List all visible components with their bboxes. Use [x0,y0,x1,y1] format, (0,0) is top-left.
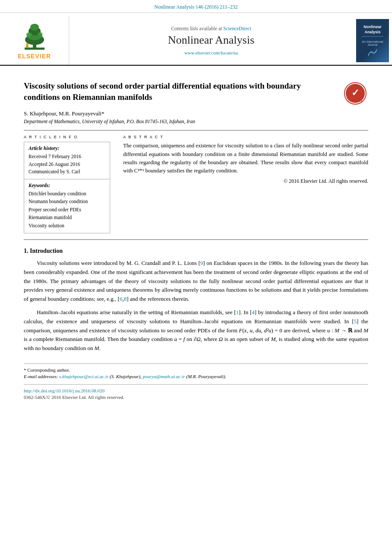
math-x: x [244,327,247,334]
email-label: E-mail addresses: [24,374,58,379]
journal-url-link[interactable]: www.elsevier.com/locate/na [185,50,238,55]
svg-point-5 [30,24,39,31]
keyword-2: Neumann boundary condition [29,197,105,205]
keyword-5: Viscosity solution [29,222,105,229]
history-label: Article history: [29,146,105,151]
info-abstract-columns: A R T I C L E I N F O Article history: R… [24,135,368,233]
math-expression-1: F [239,327,242,334]
cover-decoration-icon [366,48,379,57]
communicated-by: Communicated by S. Carl [29,168,105,175]
abstract-text: The comparison, uniqueness and existence… [123,142,368,175]
ref6-link[interactable]: 6 [120,296,123,302]
keyword-1: Dirichlet boundary condition [29,190,105,197]
corresponding-author-note: * Corresponding author. [24,367,368,373]
math-omega: Ω [197,336,201,342]
copyright-line: © 2016 Elsevier Ltd. All rights reserved… [123,178,368,185]
elsevier-brand-text: ELSEVIER [18,53,51,60]
article-info-column: A R T I C L E I N F O Article history: R… [24,135,110,233]
svg-point-7 [38,32,43,35]
contents-label: Contents lists available at [171,26,222,31]
title-divider [24,130,368,131]
math-bc: u [174,336,177,342]
paper-title-area: Viscosity solutions of second order part… [24,80,368,102]
doi-bar: http://dx.doi.org/10.1016/j.na.2016.08.0… [24,384,368,400]
ref9-link[interactable]: 9 [200,260,203,266]
elsevier-logo-area: ELSEVIER [0,16,69,65]
journal-header: ELSEVIER Contents lists available at Sci… [0,13,392,66]
email1-link[interactable]: s.khajehpour@sci.ui.ac.ir [59,374,108,379]
abstract-column: A B S T R A C T The comparison, uniquene… [123,135,368,233]
email2-author-name: (M.R. Pouryayevali). [186,374,226,379]
crossmark-svg: ✓ CrossMark [344,82,367,105]
email1-author-name: (S. Khajehpour), [110,374,142,379]
article-history-box: Article history: Received 7 February 201… [24,142,110,179]
journal-citation-text: Nonlinear Analysis 146 (2016) 211–232 [154,4,238,10]
math-M2: M [363,327,368,334]
page: Nonlinear Analysis 146 (2016) 211–232 [0,0,392,535]
keyword-4: Riemannian manifold [29,213,105,221]
intro-paragraph-2: Hamilton–Jacobi equations arise naturall… [24,308,368,353]
math-M: M [335,327,339,334]
math-u: u [250,327,253,334]
svg-point-9 [26,45,29,48]
received-date: Received 7 February 2016 [29,153,105,160]
footnote-area: * Corresponding author. E-mail addresses… [24,363,368,379]
article-info-heading: A R T I C L E I N F O [24,135,110,139]
authors-text: S. Khajehpour, M.R. Pouryayevali* [24,110,104,117]
authors-line: S. Khajehpour, M.R. Pouryayevali* [24,110,368,117]
issn-line: 0362-546X/© 2016 Elsevier Ltd. All right… [24,395,368,400]
math-d2u: d²u [264,327,271,334]
elsevier-tree-icon [11,22,58,51]
journal-center-info: Contents lists available at ScienceDirec… [69,16,353,65]
abstract-heading: A B S T R A C T [123,135,368,139]
affiliation-text: Department of Mathematics, University of… [24,119,368,124]
intro-paragraph-1: Viscosity solutions were introduced by M… [24,259,368,304]
cover-box: NonlinearAnalysis An InternationalJourna… [356,19,389,62]
main-content: Viscosity solutions of second order part… [0,66,392,408]
ref4-link[interactable]: 4 [252,309,255,315]
abstract-body: The comparison, uniqueness and existence… [123,143,368,174]
math-f: f [183,336,185,342]
paper-title: Viscosity solutions of second order part… [24,80,368,102]
math-M4: M [95,345,99,351]
math-M3: M [271,336,276,342]
svg-point-6 [26,32,32,37]
journal-cover-image: NonlinearAnalysis An InternationalJourna… [353,16,392,65]
math-du: du [255,327,261,334]
keyword-3: Proper second order PDEs [29,206,105,213]
doi-link[interactable]: http://dx.doi.org/10.1016/j.na.2016.08.0… [24,388,368,393]
intro-section-title: 1. Introduction [24,248,368,255]
accepted-date: Accepted 26 August 2016 [29,161,105,168]
math-omega2: Ω [219,336,223,342]
ref8-link[interactable]: 8 [124,296,127,302]
keywords-label: Keywords: [29,183,105,188]
email-addresses: E-mail addresses: s.khajehpour@sci.ui.ac… [24,374,368,379]
cover-subtitle: An InternationalJournal [362,40,383,46]
crossmark-icon[interactable]: ✓ CrossMark [342,80,368,106]
ref5-link[interactable]: 5 [354,318,357,325]
keywords-box: Keywords: Dirichlet boundary condition N… [24,179,110,233]
abstract-divider [24,239,368,240]
math-u2: u [327,327,330,334]
svg-text:✓: ✓ [351,87,359,98]
svg-text:CrossMark: CrossMark [348,99,363,102]
journal-title: Nonlinear Analysis [168,34,254,47]
contents-availability: Contents lists available at ScienceDirec… [171,26,251,31]
ref1-link[interactable]: 1 [236,309,239,315]
sciencedirect-link[interactable]: ScienceDirect [223,26,252,31]
cover-title: NonlinearAnalysis [363,25,382,35]
journal-citation-bar: Nonlinear Analysis 146 (2016) 211–232 [0,0,392,13]
email2-link[interactable]: pourya@math.ui.ac.ir [143,374,185,379]
